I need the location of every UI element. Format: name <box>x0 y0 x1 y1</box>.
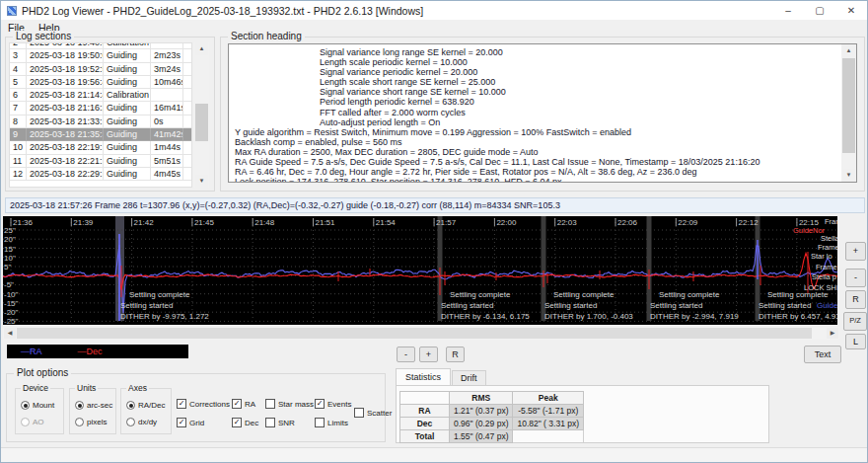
log-section-row[interactable]: 82025-03-18 21:33:14Guiding0s <box>10 116 191 128</box>
titlebar: PHD2 Log Viewer - PHD2_GuideLog_2025-03-… <box>1 1 867 20</box>
svg-text:Settling started: Settling started <box>441 301 493 310</box>
svg-text:DITHER by -6.134, 6.175: DITHER by -6.134, 6.175 <box>441 312 530 321</box>
graph-zoom-in-button[interactable]: + <box>845 242 866 261</box>
log-cell <box>183 128 191 141</box>
checkbox-ra[interactable]: ✓RA <box>232 399 255 409</box>
log-section-row[interactable]: 92025-03-18 21:35:39Guiding41m42s <box>10 128 191 141</box>
checkbox-corrections[interactable]: ✓Corrections <box>177 399 230 409</box>
log-cell <box>183 76 191 89</box>
text-view-button[interactable]: Text <box>804 346 841 363</box>
log-section-row[interactable]: 42025-03-18 19:52:59Guiding3m24s <box>10 63 191 76</box>
statistics-table: RMSPeakRA1.21" (0.37 px)-5.58" (-1.71 px… <box>399 391 584 443</box>
section-heading-line: Signal variance short range SE kernel = … <box>229 87 856 97</box>
section-heading-box: Signal variance long range SE kernel = 2… <box>228 43 857 183</box>
log-cell: 2025-03-18 21:33:14 <box>27 116 104 128</box>
section-heading-scrollbar[interactable]: ▲ ▼ <box>841 44 856 182</box>
tab-drift[interactable]: Drift <box>452 370 486 385</box>
log-section-row[interactable]: 32025-03-18 19:50:04Guiding2m23s <box>10 49 191 62</box>
radio-pixels[interactable]: pixels <box>75 418 107 426</box>
guide-graph[interactable]: 21:3621:3921:4221:4521:4821:5121:5421:57… <box>3 216 837 325</box>
svg-text:Settling complete: Settling complete <box>129 290 190 299</box>
log-section-row[interactable]: 112025-03-18 22:21:10Guiding5m51s <box>10 155 191 168</box>
height-reset-button[interactable]: R <box>446 347 465 362</box>
phd2-log-viewer-window: PHD2 Log Viewer - PHD2_GuideLog_2025-03-… <box>0 0 868 463</box>
section-heading-line: Auto-adjust period length = On <box>229 117 856 127</box>
checkbox-dec[interactable]: ✓Dec <box>232 418 258 427</box>
radio-icon <box>21 401 30 410</box>
scroll-up-icon[interactable]: ▲ <box>842 44 855 57</box>
log-sections-scrollbar[interactable]: ▲ ▼ <box>194 42 209 188</box>
scroll-up-icon[interactable]: ▲ <box>195 42 208 55</box>
radio-mount[interactable]: Mount <box>21 401 54 410</box>
stats-corner <box>400 392 450 405</box>
stats-rms-value: 0.96" (0.29 px) <box>450 418 513 430</box>
log-cell <box>183 168 191 181</box>
checkbox-limits[interactable]: Limits <box>315 418 348 427</box>
log-cell <box>183 49 191 62</box>
plot-options-group: Plot options Device MountAO Units arc-se… <box>6 373 386 442</box>
log-section-row[interactable]: 122025-03-18 22:29:19Guiding4m45s <box>10 168 191 181</box>
log-cell: 7 <box>10 102 27 115</box>
graph-zoom-out-button[interactable]: - <box>845 269 866 287</box>
pan-zoom-button[interactable]: P/Z <box>843 312 867 331</box>
log-cell: 11 <box>10 155 27 168</box>
height-plus-button[interactable]: + <box>419 347 438 362</box>
svg-text:Star lo: Star lo <box>811 252 832 261</box>
legend-ra: —RA <box>21 345 42 358</box>
scroll-thumb[interactable] <box>842 58 855 153</box>
radio-ra-dec[interactable]: RA/Dec <box>126 401 166 410</box>
checkbox-snr[interactable]: SNR <box>265 418 295 427</box>
svg-text:-5": -5" <box>4 280 14 289</box>
radio-arc-sec[interactable]: arc-sec <box>75 401 112 410</box>
axes-group: Axes RA/Decdx/dy <box>120 388 172 434</box>
guide-graph-svg[interactable]: 21:3621:3921:4221:4521:4821:5121:5421:57… <box>3 216 837 325</box>
maximize-icon[interactable]: ▢ <box>804 1 835 20</box>
log-section-row[interactable]: 22025-03-18 19:40:57Calibration <box>10 42 191 49</box>
log-sections-group: Log sections 22025-03-18 19:40:57Calibra… <box>5 37 215 192</box>
svg-text:25": 25" <box>4 226 16 235</box>
log-cell: 6 <box>10 89 27 102</box>
scroll-thumb[interactable] <box>17 328 812 339</box>
log-section-row[interactable]: 72025-03-18 21:16:20Guiding16m41s <box>10 102 191 115</box>
log-section-row[interactable]: 62025-03-18 21:14:49Calibration <box>10 89 191 102</box>
log-cell: 8 <box>10 116 27 128</box>
lock-button[interactable]: L <box>845 334 866 349</box>
scroll-right-icon[interactable]: ▶ <box>827 328 838 339</box>
svg-text:21:48: 21:48 <box>254 218 275 227</box>
minimize-icon[interactable]: – <box>772 1 804 20</box>
scroll-thumb[interactable] <box>195 104 208 141</box>
svg-text:20": 20" <box>4 235 16 244</box>
tab-statistics[interactable]: Statistics <box>396 368 451 385</box>
stats-row: Total1.55" (0.47 px) <box>400 430 584 443</box>
graph-reset-button[interactable]: R <box>845 290 866 309</box>
svg-text:Stella: Stella <box>821 234 837 243</box>
checkbox-label: Star mass <box>278 400 314 409</box>
scroll-down-icon[interactable]: ▼ <box>195 175 208 188</box>
scroll-down-icon[interactable]: ▼ <box>842 169 855 182</box>
log-cell: 10m46s <box>151 76 183 89</box>
checkbox-star-mass[interactable]: Star mass <box>265 399 314 409</box>
log-cell: 1m44s <box>151 141 183 154</box>
scroll-left-icon[interactable]: ◀ <box>4 328 16 339</box>
svg-text:21:51: 21:51 <box>316 218 336 227</box>
device-group: Device MountAO <box>15 388 64 434</box>
section-heading-line: Backlash comp = enabled, pulse = 560 ms <box>229 137 856 147</box>
checkbox-events[interactable]: ✓Events <box>315 399 351 409</box>
svg-text:15": 15" <box>4 245 16 254</box>
log-section-row[interactable]: 52025-03-18 19:56:40Guiding10m46s <box>10 76 191 89</box>
radio-ao[interactable]: AO <box>21 418 44 426</box>
section-heading-line: Length scale short range SE kernel = 25.… <box>229 77 856 87</box>
log-section-row[interactable]: 102025-03-18 22:19:17Guiding1m44s <box>10 141 191 154</box>
log-cell: 4 <box>10 63 27 76</box>
graph-hscrollbar[interactable]: ◀ ▶ <box>3 327 839 340</box>
height-minus-button[interactable]: - <box>397 347 415 362</box>
checkbox-grid[interactable]: ✓Grid <box>177 418 204 427</box>
close-icon[interactable]: ✕ <box>835 1 867 20</box>
checkbox-scatter[interactable]: Scatter <box>354 408 392 418</box>
log-cell <box>183 116 191 128</box>
radio-dx-dy[interactable]: dx/dy <box>126 418 157 426</box>
svg-text:Fram: Fram <box>825 217 837 226</box>
log-cell: Guiding <box>104 168 151 181</box>
log-sections-table[interactable]: 22025-03-18 19:40:57Calibration32025-03-… <box>9 42 192 188</box>
radio-label: dx/dy <box>138 418 157 426</box>
